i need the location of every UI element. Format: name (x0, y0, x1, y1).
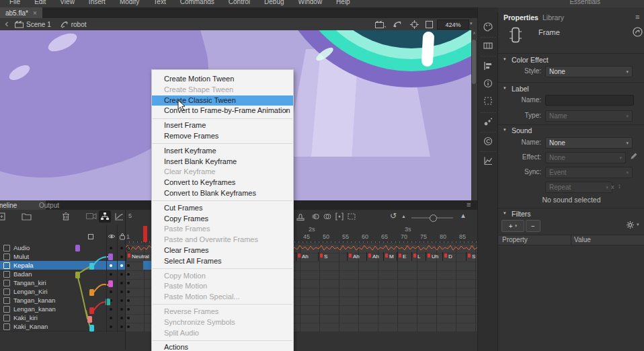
workspace-switcher[interactable]: Essentials (569, 0, 600, 5)
modify-markers-icon[interactable] (347, 212, 356, 221)
menu-debug[interactable]: Debug (264, 0, 284, 5)
tab-output[interactable]: Output (32, 200, 66, 210)
menu-control[interactable]: Control (229, 0, 250, 5)
menu-item-remove-frames[interactable]: Remove Frames (152, 131, 293, 142)
playhead[interactable] (143, 226, 147, 242)
mulut-keyframe[interactable]: Uh (426, 252, 443, 261)
menu-edit[interactable]: Edit (34, 0, 46, 5)
breadcrumb-symbol[interactable]: robot (71, 21, 87, 28)
timeline-panel-menu-icon[interactable]: ≡ (467, 200, 471, 208)
mulut-keyframe[interactable]: E (397, 252, 412, 261)
new-layer-icon[interactable] (0, 212, 6, 221)
canvas-vertical-scrollbar[interactable]: ∧ (471, 30, 477, 200)
menu-item-convert-frame-by-frame[interactable]: Convert to Frame-by-Frame Animation › (152, 106, 293, 116)
zoom-level-select[interactable]: 424% (437, 20, 469, 30)
collapse-icon[interactable]: ▾ (504, 85, 506, 91)
breadcrumb-scene[interactable]: Scene 1 (26, 21, 51, 28)
loop-playback-icon[interactable]: ↺ (390, 211, 397, 221)
menu-item-insert-frame[interactable]: Insert Frame (152, 120, 293, 131)
menu-item-clear-frames[interactable]: Clear Frames (152, 245, 293, 256)
tab-library[interactable]: Library (542, 12, 564, 23)
onion-skin-outlines-icon[interactable] (323, 212, 332, 221)
mulut-keyframe[interactable]: S (466, 252, 478, 261)
menu-item-select-all-frames[interactable]: Select All Frames (152, 256, 293, 267)
camera-icon[interactable] (86, 212, 97, 220)
graph-icon[interactable] (483, 156, 493, 165)
menu-window[interactable]: Window (298, 0, 323, 5)
menu-item-insert-keyframe[interactable]: Insert Keyframe (152, 146, 293, 157)
style-select[interactable]: None ▾ (545, 66, 633, 77)
timeline-zoom-out-icon[interactable]: ▲ (401, 214, 406, 219)
menu-item-insert-blank-keyframe[interactable]: Insert Blank Keyframe (152, 157, 293, 167)
mulut-keyframe[interactable]: S (318, 252, 348, 261)
menu-modify[interactable]: Modify (120, 0, 139, 5)
properties-panel-menu-icon[interactable]: ≡ (635, 13, 639, 21)
pencil-icon[interactable] (630, 152, 638, 160)
frames-icon[interactable] (483, 41, 493, 50)
label-name-input[interactable] (545, 95, 634, 106)
scrollbar-thumb[interactable] (472, 40, 476, 84)
document-tab[interactable]: ab5.fla* × (0, 7, 42, 18)
section-color-effect[interactable]: ▾ Color Effect (498, 56, 644, 65)
add-filter-button[interactable]: +▾ (501, 220, 524, 232)
section-label[interactable]: ▾ Label (498, 85, 644, 94)
menu-item-actions[interactable]: Actions (152, 342, 293, 351)
repeat-stepper-icon[interactable]: ↕ (618, 182, 621, 190)
edit-multiple-frames-icon[interactable] (335, 212, 344, 221)
menu-item-cut-frames[interactable]: Cut Frames (152, 203, 293, 214)
creative-cloud-icon[interactable] (483, 136, 493, 146)
menu-item-convert-to-keyframes[interactable]: Convert to Keyframes (152, 178, 293, 188)
palette-icon[interactable] (483, 22, 493, 32)
transform-icon[interactable] (483, 96, 493, 106)
new-folder-icon[interactable] (22, 212, 32, 221)
particles-icon[interactable] (483, 117, 493, 126)
close-tab-icon[interactable]: × (33, 9, 37, 17)
remove-filter-button[interactable]: − (526, 220, 540, 232)
circled-arrow-icon[interactable] (633, 27, 643, 37)
mulut-keyframe[interactable]: D (442, 252, 467, 261)
menu-item-convert-to-blank-keyframes[interactable]: Convert to Blank Keyframes (152, 188, 293, 199)
align-icon[interactable] (483, 61, 493, 71)
menu-view[interactable]: View (60, 0, 75, 5)
collapse-icon[interactable]: ▾ (504, 127, 506, 132)
selected-frame-highlight[interactable] (143, 261, 151, 270)
mulut-keyframe[interactable]: L (411, 252, 426, 261)
mulut-keyframe[interactable]: M (383, 252, 397, 261)
mulut-keyframe[interactable]: Neutral (126, 252, 151, 261)
outline-column-icon[interactable] (88, 234, 93, 239)
menu-insert[interactable]: Insert (89, 0, 106, 5)
sound-name-select[interactable]: None ▾ (545, 137, 633, 149)
center-stage-icon[interactable] (410, 20, 419, 29)
zoom-chevron-icon[interactable]: ▾ (470, 21, 473, 26)
camera-toggle-icon[interactable] (375, 21, 386, 28)
timeline-zoom-knob[interactable] (430, 214, 437, 222)
stage-rotation-icon[interactable] (393, 20, 403, 28)
menu-file[interactable]: File (9, 0, 20, 5)
menu-text[interactable]: Text (153, 0, 165, 5)
scroll-up-icon[interactable]: ∧ (471, 30, 477, 35)
mulut-keyframe[interactable]: Ah (296, 252, 319, 261)
collapse-icon[interactable]: ▾ (504, 56, 506, 62)
eye-icon[interactable] (108, 233, 116, 239)
collapse-icon[interactable]: ▾ (504, 210, 506, 216)
info-icon[interactable] (483, 79, 493, 88)
section-filters[interactable]: ▾ Filters (498, 210, 644, 219)
mulut-keyframe[interactable]: Ah (347, 252, 367, 261)
menu-item-copy-frames[interactable]: Copy Frames (152, 214, 293, 225)
chevron-down-icon[interactable]: ▾ (637, 222, 639, 227)
section-sound[interactable]: ▾ Sound (498, 127, 644, 136)
filter-options-gear-icon[interactable] (626, 221, 635, 229)
tab-properties[interactable]: Properties (504, 12, 538, 23)
menu-item-create-motion-tween[interactable]: Create Motion Tween (152, 74, 293, 85)
stamp-icon[interactable] (296, 212, 305, 221)
menu-help[interactable]: Help (336, 0, 350, 5)
back-icon[interactable] (4, 22, 9, 27)
clip-content-icon[interactable] (426, 21, 433, 28)
menu-item-create-classic-tween[interactable]: Create Classic Tween (152, 95, 293, 106)
timeline-zoom-in-icon[interactable]: ▲ (460, 212, 467, 219)
layer-depth-icon[interactable] (114, 212, 124, 221)
delete-layer-icon[interactable] (62, 212, 70, 221)
onion-skin-icon[interactable] (311, 212, 320, 221)
layer-parenting-icon[interactable] (99, 210, 111, 223)
mulut-keyframe[interactable]: Ah (366, 252, 384, 261)
